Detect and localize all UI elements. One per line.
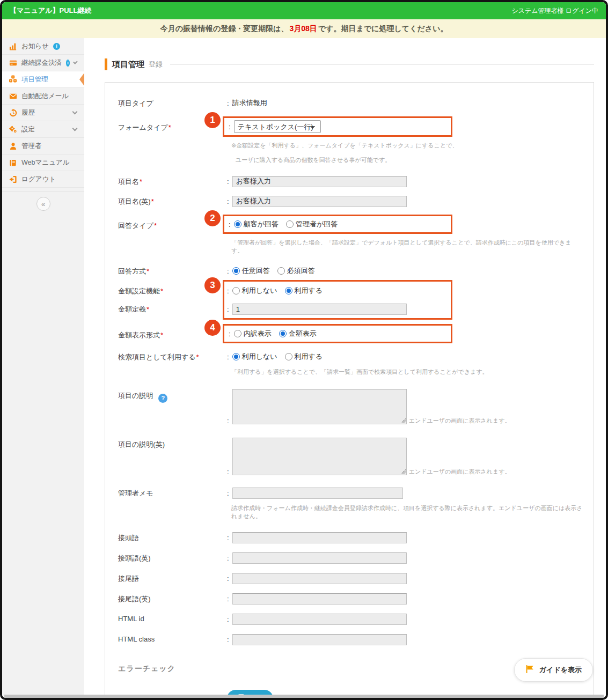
radio-checked-icon[interactable] <box>232 267 240 275</box>
app-window: 【マニュアル】PULL継続 システム管理者様 ログイン中 今月の振替情報の登録・… <box>0 0 608 700</box>
field-row-prefix-en: 接頭語(英) : <box>118 551 583 564</box>
item-name-input[interactable] <box>232 176 407 187</box>
item-description-textarea[interactable] <box>232 389 407 424</box>
radio-unchecked-icon[interactable] <box>232 287 240 294</box>
answer-method-option-optional[interactable]: 任意回答 <box>232 266 270 276</box>
field-label: 項目名(英)* <box>118 195 227 207</box>
sidebar-item-news[interactable]: お知らせ <box>2 38 84 55</box>
sidebar-collapse-row: « <box>2 191 84 216</box>
sidebar-item-history[interactable]: 履歴 <box>2 105 84 121</box>
notice-bar: 今月の振替情報の登録・変更期限は、3月08日です。期日までに処理してください。 <box>2 19 606 38</box>
suffix-input[interactable] <box>232 573 407 584</box>
item-name-en-input[interactable] <box>232 196 407 207</box>
page-title-text: 項目管理 <box>112 60 144 70</box>
radio-unchecked-icon[interactable] <box>285 353 292 360</box>
sidebar-item-recurring-billing[interactable]: 継続課金決済 <box>2 55 84 71</box>
colon: : <box>227 636 229 644</box>
radio-checked-icon[interactable] <box>234 220 241 228</box>
item-type-value: 請求情報用 <box>232 98 267 108</box>
user-icon <box>9 142 17 150</box>
field-row-item-name: 項目名* : <box>118 175 583 188</box>
sidebar-item-web-manual[interactable]: Webマニュアル <box>2 154 84 171</box>
amount-definition-input[interactable] <box>232 304 407 315</box>
answer-type-option-admin[interactable]: 管理者が回答 <box>286 219 338 229</box>
answer-type-option-customer[interactable]: 顧客が回答 <box>234 219 279 229</box>
colon: : <box>227 615 229 623</box>
flag-icon <box>525 665 534 675</box>
annotation-box-2: 2 : 顧客が回答 管理者が回答 <box>223 215 452 234</box>
field-row-item-description: 項目の説明 : エンドユーザの画面に表示されます。 <box>118 389 583 426</box>
radio-checked-icon[interactable] <box>279 330 287 337</box>
amount-setting-option-use[interactable]: 利用する <box>285 286 323 296</box>
required-mark: * <box>160 331 163 339</box>
colon: : <box>227 197 229 205</box>
horizontal-scrollbar[interactable] <box>4 695 604 698</box>
main-content: 項目管理 登録 項目タイプ : 請求情報用 フォームタイプ* <box>84 38 606 696</box>
html-id-input[interactable] <box>232 614 407 625</box>
item-description-note: エンドユーザの画面に表示されます。 <box>409 417 511 425</box>
annotation-badge-1: 1 <box>204 112 221 128</box>
radio-unchecked-icon[interactable] <box>286 220 294 228</box>
required-mark: * <box>154 222 157 230</box>
amount-display-option-amount[interactable]: 金額表示 <box>279 329 317 338</box>
prefix-input[interactable] <box>232 532 407 543</box>
admin-memo-input[interactable] <box>232 488 403 499</box>
field-label: 接頭語 <box>118 531 227 543</box>
search-item-option-use[interactable]: 利用する <box>285 352 323 362</box>
field-label: 項目名* <box>118 175 227 187</box>
field-row-answer-method: 回答方式* : 任意回答 必須回答 <box>118 264 583 277</box>
sidebar-item-label: 履歴 <box>21 108 35 117</box>
radio-unchecked-icon[interactable] <box>277 267 285 275</box>
chevron-down-icon <box>72 109 78 115</box>
required-mark: * <box>146 267 149 275</box>
sidebar-item-admin[interactable]: 管理者 <box>2 138 84 154</box>
annotation-badge-4: 4 <box>204 320 221 336</box>
suffix-en-input[interactable] <box>232 593 407 605</box>
field-label: 接尾語 <box>118 572 227 584</box>
admin-memo-note: 請求作成時・フォーム作成時・継続課金会員登録請求作成時に、項目を選択する際に表示… <box>231 504 583 520</box>
amount-display-option-breakdown[interactable]: 内訳表示 <box>234 329 272 338</box>
logout-icon <box>9 175 17 183</box>
sidebar-item-label: お知らせ <box>21 42 49 51</box>
answer-method-option-required[interactable]: 必須回答 <box>277 266 315 276</box>
credit-card-icon <box>9 58 17 67</box>
sidebar-collapse-button[interactable]: « <box>36 197 50 211</box>
field-row-amount-setting: 金額設定機能* : 利用しない 利用する <box>118 284 583 297</box>
sidebar-item-logout[interactable]: ログアウト <box>2 171 84 188</box>
show-guide-button[interactable]: ガイドを表示 <box>514 658 593 682</box>
colon: : <box>227 267 229 275</box>
field-row-amount-definition: 金額定義* : <box>118 303 583 315</box>
radio-checked-icon[interactable] <box>232 353 240 360</box>
field-label: HTML id <box>118 613 227 623</box>
annotation-box-1: 1 : テキストボックス(一行) <box>223 116 452 137</box>
field-row-search-item: 検索項目として利用する* : 利用しない 利用する 「利用する」を選択することで… <box>118 350 583 376</box>
sidebar-item-label: 項目管理 <box>21 75 48 84</box>
info-badge-icon <box>66 60 70 67</box>
radio-checked-icon[interactable] <box>285 287 292 294</box>
chevron-down-icon <box>73 60 77 64</box>
bar-chart-icon <box>9 42 17 50</box>
prefix-en-input[interactable] <box>232 552 407 564</box>
sidebar-item-item-management[interactable]: 項目管理 <box>2 71 84 88</box>
required-mark: * <box>160 287 163 295</box>
sidebar-item-label: 設定 <box>21 125 35 134</box>
search-item-option-not-use[interactable]: 利用しない <box>232 352 277 362</box>
help-question-icon[interactable] <box>158 394 167 403</box>
colon: : <box>229 330 231 338</box>
page-subtitle: 登録 <box>149 60 163 69</box>
colon: : <box>227 305 229 313</box>
amount-setting-option-not-use[interactable]: 利用しない <box>232 286 277 296</box>
radio-unchecked-icon[interactable] <box>234 330 241 337</box>
html-class-input[interactable] <box>232 634 407 645</box>
form-panel: 項目タイプ : 請求情報用 フォームタイプ* 1 : テキストボッ <box>105 82 594 700</box>
sidebar-item-label: 自動配信メール <box>21 92 69 101</box>
sidebar-item-settings[interactable]: 設定 <box>2 121 84 138</box>
form-type-select[interactable]: テキストボックス(一行) <box>234 120 321 133</box>
item-description-en-textarea[interactable] <box>232 438 407 475</box>
field-label: 接頭語(英) <box>118 551 227 563</box>
sidebar: お知らせ 継続課金決済 項目管理 自動配 <box>2 38 84 696</box>
sidebar-item-auto-mail[interactable]: 自動配信メール <box>2 88 84 105</box>
page-title: 項目管理 登録 <box>105 58 594 70</box>
annotation-badge-2: 2 <box>204 210 221 226</box>
colon: : <box>227 417 229 425</box>
